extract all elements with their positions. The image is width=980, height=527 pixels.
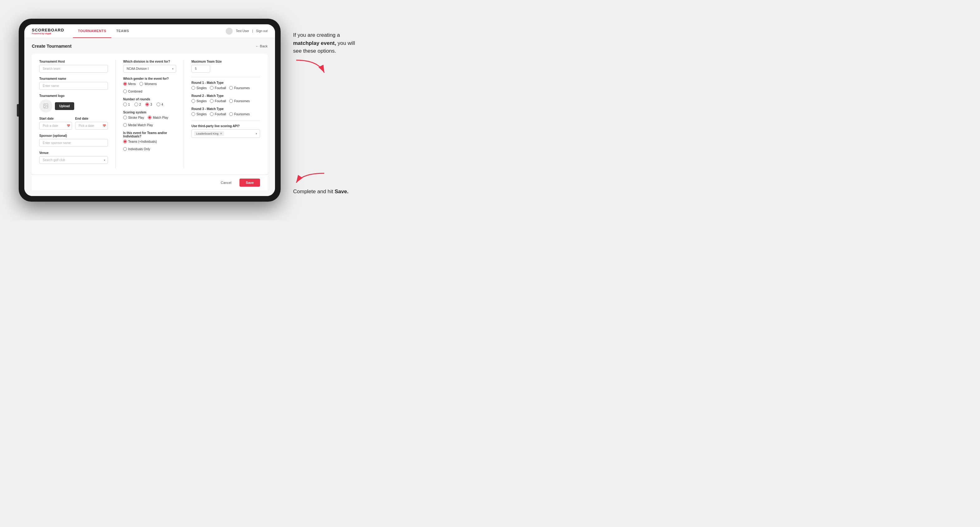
tablet-screen: SCOREBOARD Powered by clippit TOURNAMENT…	[24, 24, 275, 196]
round3-singles-radio[interactable]	[191, 112, 195, 116]
round3-fourball[interactable]: Fourball	[210, 112, 226, 116]
teams-option[interactable]: Teams (+Individuals)	[123, 140, 157, 143]
sign-out-link[interactable]: Sign out	[256, 29, 267, 33]
teams-field: Is this event for Teams and/or Individua…	[123, 131, 176, 151]
gender-radio-group: Mens Womens Combined	[123, 82, 176, 93]
stroke-play-radio[interactable]	[123, 116, 127, 119]
venue-input[interactable]	[39, 156, 108, 164]
api-select[interactable]: Leaderboard King ✕ ▾	[191, 129, 260, 138]
sponsor-input[interactable]	[39, 139, 108, 147]
round-4-label: 4	[162, 103, 163, 106]
cancel-button[interactable]: Cancel	[216, 179, 236, 187]
upload-button[interactable]: Upload	[55, 102, 74, 110]
round2-fourball-label: Fourball	[215, 99, 226, 103]
max-team-size-field: Maximum Team Size	[191, 60, 260, 73]
round1-fourball-label: Fourball	[215, 86, 226, 90]
end-date-field: End date	[75, 117, 108, 130]
date-fields: Start date End date	[39, 117, 108, 130]
tab-teams[interactable]: TEAMS	[111, 24, 134, 38]
search-team-input[interactable]	[39, 65, 108, 73]
round2-singles-label: Singles	[196, 99, 207, 103]
tab-tournaments[interactable]: TOURNAMENTS	[73, 24, 111, 38]
scoring-medal-match-play[interactable]: Medal Match Play	[123, 123, 153, 127]
side-tab	[17, 104, 19, 117]
start-date-field: Start date	[39, 117, 72, 130]
round-3[interactable]: 3	[145, 103, 152, 106]
tournament-host-label: Tournament Host	[39, 60, 108, 63]
teams-radio[interactable]	[123, 140, 127, 143]
tournament-name-input[interactable]	[39, 82, 108, 90]
form-middle: Which division is the event for? NCAA Di…	[123, 60, 176, 168]
navbar-right: Test User | Sign out	[226, 28, 267, 35]
round3-fourball-radio[interactable]	[210, 112, 213, 116]
gender-combined[interactable]: Combined	[123, 89, 143, 93]
round1-fourball[interactable]: Fourball	[210, 86, 226, 90]
start-date-input[interactable]	[39, 122, 72, 130]
individuals-label: Individuals Only	[128, 148, 150, 151]
division-select[interactable]: NCAA Division I	[123, 65, 176, 73]
gender-combined-radio[interactable]	[123, 89, 127, 93]
round3-match-type: Round 3 - Match Type Singles Fourball	[191, 107, 260, 116]
round1-fourball-radio[interactable]	[210, 86, 213, 90]
tournament-logo-label: Tournament logo	[39, 94, 108, 98]
api-chevron-down-icon: ▾	[256, 132, 257, 135]
round-1-radio[interactable]	[123, 103, 127, 106]
gender-womens[interactable]: Womens	[139, 82, 156, 86]
round-2-radio[interactable]	[134, 103, 138, 106]
round1-match-type: Round 1 - Match Type Singles Fourball	[191, 81, 260, 90]
round2-singles-radio[interactable]	[191, 99, 195, 103]
max-team-size-input[interactable]	[191, 65, 210, 73]
medal-match-play-radio[interactable]	[123, 123, 127, 127]
form-right: Maximum Team Size Round 1 - Match Type S…	[191, 60, 260, 168]
round2-fourball-radio[interactable]	[210, 99, 213, 103]
save-button[interactable]: Save	[239, 179, 260, 187]
scoring-stroke-play[interactable]: Stroke Play	[123, 116, 144, 119]
match-play-radio[interactable]	[148, 116, 151, 119]
round1-singles-radio[interactable]	[191, 86, 195, 90]
gender-mens[interactable]: Mens	[123, 82, 136, 86]
scoring-label: Scoring system	[123, 111, 176, 114]
rounds-field: Number of rounds 1 2	[123, 98, 176, 106]
round1-foursomes-radio[interactable]	[229, 86, 233, 90]
end-date-label: End date	[75, 117, 108, 120]
round2-foursomes[interactable]: Foursomes	[229, 99, 250, 103]
rounds-label: Number of rounds	[123, 98, 176, 101]
gender-field: Which gender is the event for? Mens Wome…	[123, 77, 176, 93]
tournament-name-field: Tournament name	[39, 77, 108, 90]
sponsor-label: Sponsor (optional)	[39, 134, 108, 137]
api-tag-close[interactable]: ✕	[220, 132, 222, 135]
round1-singles[interactable]: Singles	[191, 86, 207, 90]
round2-label: Round 2 - Match Type	[191, 94, 260, 98]
gender-womens-radio[interactable]	[139, 82, 143, 86]
scoring-field: Scoring system Stroke Play Match Play	[123, 111, 176, 127]
round2-foursomes-radio[interactable]	[229, 99, 233, 103]
round-2[interactable]: 2	[134, 103, 141, 106]
round-4-radio[interactable]	[156, 103, 160, 106]
round2-fourball[interactable]: Fourball	[210, 99, 226, 103]
round-4[interactable]: 4	[156, 103, 163, 106]
api-label: Use third-party live scoring API?	[191, 124, 260, 128]
round1-foursomes-label: Foursomes	[234, 86, 250, 90]
back-button[interactable]: ← Back	[255, 44, 267, 48]
annotation-top: If you are creating a matchplay event, y…	[293, 31, 362, 76]
scoring-match-play[interactable]: Match Play	[148, 116, 168, 119]
venue-field: Venue	[39, 151, 108, 164]
gender-mens-radio[interactable]	[123, 82, 127, 86]
round-1[interactable]: 1	[123, 103, 130, 106]
tournament-logo-field: Tournament logo Upload	[39, 94, 108, 113]
teams-label-text: Teams (+Individuals)	[128, 140, 157, 143]
round3-options: Singles Fourball Foursomes	[191, 112, 260, 116]
end-date-input[interactable]	[75, 122, 108, 130]
round1-foursomes[interactable]: Foursomes	[229, 86, 250, 90]
individuals-option[interactable]: Individuals Only	[123, 147, 150, 151]
individuals-radio[interactable]	[123, 147, 127, 151]
division-label: Which division is the event for?	[123, 60, 176, 63]
logo-placeholder	[39, 99, 52, 113]
round-3-radio[interactable]	[145, 103, 149, 106]
round1-singles-label: Singles	[196, 86, 207, 90]
round3-foursomes-radio[interactable]	[229, 112, 233, 116]
round3-singles[interactable]: Singles	[191, 112, 207, 116]
page-header: Create Tournament ← Back	[32, 44, 267, 49]
round2-singles[interactable]: Singles	[191, 99, 207, 103]
round3-foursomes[interactable]: Foursomes	[229, 112, 250, 116]
